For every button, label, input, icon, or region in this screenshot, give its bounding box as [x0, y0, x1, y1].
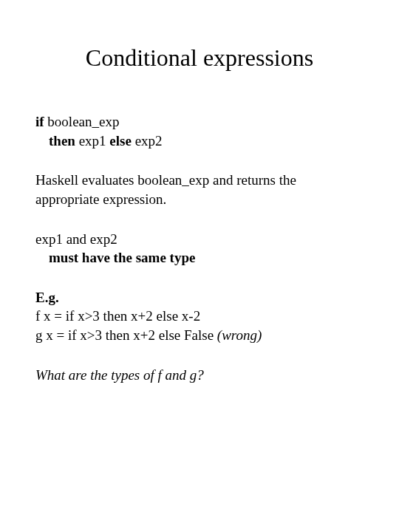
example-block: E.g. f x = if x>3 then x+2 else x-2 g x …	[35, 288, 364, 345]
example-f: f x = if x>3 then x+2 else x-2	[35, 307, 364, 326]
slide-body: if boolean_exp then exp1 else exp2 Haske…	[35, 112, 364, 384]
syntax-line-1: if boolean_exp	[35, 112, 364, 132]
slide-title: Conditional expressions	[35, 44, 364, 72]
syntax-boolean-exp: boolean_exp	[44, 114, 120, 129]
syntax-line-2: then exp1 else exp2	[35, 132, 364, 151]
syntax-exp2: exp2	[132, 133, 163, 149]
typing-block: exp1 and exp2 must have the same type	[35, 230, 364, 267]
explanation-block: Haskell evaluates boolean_exp and return…	[35, 171, 364, 208]
example-g: g x = if x>3 then x+2 else False (wrong)	[35, 326, 364, 345]
example-g-code: g x = if x>3 then x+2 else False	[35, 327, 217, 343]
kw-if: if	[35, 114, 44, 129]
syntax-exp1: exp1	[75, 133, 109, 149]
typing-line-2: must have the same type	[35, 248, 364, 267]
syntax-block: if boolean_exp then exp1 else exp2	[35, 112, 364, 150]
kw-else: else	[109, 133, 132, 149]
example-heading: E.g.	[35, 288, 364, 307]
typing-line-1: exp1 and exp2	[35, 230, 364, 249]
slide: Conditional expressions if boolean_exp t…	[0, 0, 399, 532]
question-block: What are the types of f and g?	[35, 366, 364, 385]
explanation-text: Haskell evaluates boolean_exp and return…	[35, 171, 364, 208]
kw-then: then	[49, 133, 75, 149]
example-g-note: (wrong)	[217, 327, 262, 343]
